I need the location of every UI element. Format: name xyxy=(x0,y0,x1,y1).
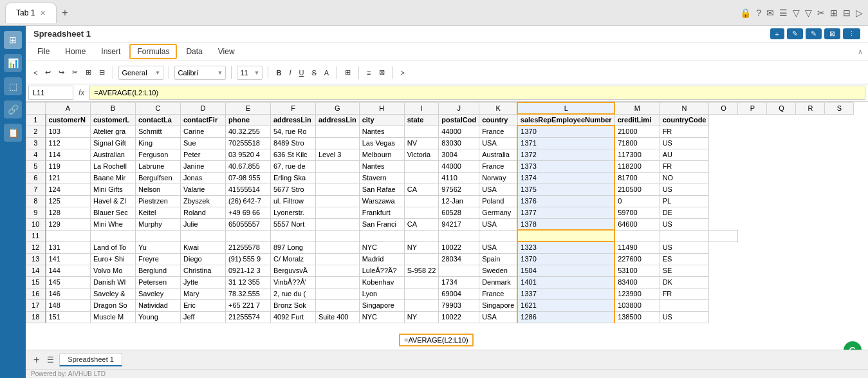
table-cell[interactable]: countryCode xyxy=(660,114,709,126)
table-cell[interactable]: 1337 xyxy=(517,288,614,299)
active-sheet-tab[interactable]: Spreadsheet 1 xyxy=(59,353,122,366)
table-cell[interactable] xyxy=(136,230,181,241)
table-cell[interactable]: Julie xyxy=(181,218,226,230)
table-cell[interactable] xyxy=(709,230,738,241)
table-cell[interactable]: Las Vegas xyxy=(359,137,404,149)
mail-icon[interactable]: ✉ xyxy=(766,8,774,18)
table-cell[interactable]: Berglund xyxy=(136,265,181,276)
table-cell[interactable]: 118200 xyxy=(614,160,660,172)
merge-btn[interactable]: ⊠ xyxy=(376,67,387,78)
table-cell[interactable]: Diego xyxy=(181,253,226,265)
menu-view[interactable]: View xyxy=(212,45,241,58)
col-F-header[interactable]: F xyxy=(271,102,316,114)
table-cell[interactable]: 112 xyxy=(46,137,91,149)
table-cell[interactable]: Murphy xyxy=(136,218,181,230)
table-cell[interactable]: 71800 xyxy=(614,137,660,149)
table-cell[interactable]: Sweden xyxy=(479,265,518,276)
table-cell[interactable]: Lyon xyxy=(359,288,404,299)
table-cell[interactable] xyxy=(316,218,360,230)
table-cell[interactable]: customerL xyxy=(91,114,136,126)
table-cell[interactable]: 3004 xyxy=(439,149,479,160)
table-cell[interactable]: 64600 xyxy=(614,218,660,230)
table-cell[interactable]: NYC xyxy=(359,311,404,323)
table-cell[interactable]: 0 xyxy=(614,195,660,207)
table-cell[interactable]: USA xyxy=(479,184,518,195)
table-cell[interactable]: city xyxy=(359,114,404,126)
table-cell[interactable] xyxy=(404,253,439,265)
table-cell[interactable] xyxy=(439,265,479,276)
copy-btn[interactable]: ⊞ xyxy=(83,67,94,78)
table-cell[interactable]: San Franci xyxy=(359,218,404,230)
table-cell[interactable]: 145 xyxy=(46,276,91,288)
table-cell[interactable]: 897 Long xyxy=(271,241,316,253)
col-I-header[interactable]: I xyxy=(404,102,439,114)
table-cell[interactable]: San Rafae xyxy=(359,184,404,195)
table-cell[interactable]: state xyxy=(404,114,439,126)
table-cell[interactable] xyxy=(404,126,439,137)
table-cell[interactable]: 40.67.855 xyxy=(226,160,271,172)
table-cell[interactable]: 83030 xyxy=(439,137,479,149)
table-cell[interactable]: 69004 xyxy=(439,288,479,299)
title-close-btn[interactable]: ⊠ xyxy=(824,28,840,39)
table-cell[interactable]: Nantes xyxy=(359,126,404,137)
undo-btn[interactable]: ↩ xyxy=(42,67,53,78)
table-cell[interactable]: 129 xyxy=(46,218,91,230)
table-cell[interactable]: ES xyxy=(660,253,709,265)
table-cell[interactable]: 146 xyxy=(46,288,91,299)
table-cell[interactable]: Keitel xyxy=(136,207,181,218)
table-cell[interactable]: Nelson xyxy=(136,184,181,195)
col-A-header[interactable]: A xyxy=(46,102,91,114)
table-cell[interactable]: 210500 xyxy=(614,184,660,195)
italic-btn[interactable]: I xyxy=(286,68,293,78)
table-cell[interactable]: 1504 xyxy=(517,265,614,276)
table-cell[interactable]: FR xyxy=(660,288,709,299)
table-cell[interactable]: US xyxy=(660,241,709,253)
table-cell[interactable]: BerguvsvÄ xyxy=(271,265,316,276)
table-cell[interactable]: Volvo Mo xyxy=(91,265,136,276)
table-cell[interactable] xyxy=(316,276,360,288)
table-cell[interactable]: 144 xyxy=(46,265,91,276)
scroll-left-btn[interactable]: < xyxy=(31,68,40,78)
table-cell[interactable]: postalCod xyxy=(439,114,479,126)
table-cell[interactable]: Roland xyxy=(181,207,226,218)
table-cell[interactable]: 21000 xyxy=(614,126,660,137)
table-cell[interactable] xyxy=(91,230,136,241)
col-S-header[interactable]: S xyxy=(825,102,854,114)
table-cell[interactable]: 10022 xyxy=(439,311,479,323)
table-cell[interactable]: 138500 xyxy=(614,311,660,323)
table-cell[interactable] xyxy=(404,207,439,218)
grammarly-button[interactable]: G xyxy=(844,341,862,350)
table-cell[interactable]: Bergulfsen xyxy=(136,172,181,184)
table-cell[interactable] xyxy=(316,172,360,184)
table-cell[interactable]: US xyxy=(660,184,709,195)
table-cell[interactable]: Blauer Sec xyxy=(91,207,136,218)
table-cell[interactable]: 81700 xyxy=(614,172,660,184)
table-cell[interactable] xyxy=(404,230,439,241)
table-cell[interactable]: 103 xyxy=(46,126,91,137)
sidebar-icon-shape[interactable]: ⬚ xyxy=(4,77,22,95)
menu-icon[interactable]: ☰ xyxy=(779,8,788,18)
menu-home[interactable]: Home xyxy=(59,45,92,58)
title-add-btn[interactable]: + xyxy=(770,28,784,39)
table-cell[interactable]: 123900 xyxy=(614,288,660,299)
table-cell[interactable]: Natividad xyxy=(136,299,181,311)
table-cell[interactable]: 1401 xyxy=(517,276,614,288)
table-cell[interactable]: 119 xyxy=(46,160,91,172)
table-cell[interactable]: 78.32.555 xyxy=(226,288,271,299)
table-cell[interactable] xyxy=(479,230,518,241)
table-cell[interactable]: 11490 xyxy=(614,241,660,253)
col-J-header[interactable]: J xyxy=(439,102,479,114)
table-cell[interactable]: Janine xyxy=(181,160,226,172)
col-Q-header[interactable]: Q xyxy=(767,102,796,114)
table-cell[interactable]: Danish Wl xyxy=(91,276,136,288)
redo-btn[interactable]: ↪ xyxy=(56,67,67,78)
table-cell[interactable]: Christina xyxy=(181,265,226,276)
table-cell[interactable]: Baane Mir xyxy=(91,172,136,184)
table-cell[interactable]: Bronz Sok xyxy=(271,299,316,311)
minus-grid-icon[interactable]: ⊟ xyxy=(843,8,851,18)
table-cell[interactable]: Singapore xyxy=(479,299,518,311)
col-G-header[interactable]: G xyxy=(316,102,360,114)
table-cell[interactable]: 12-Jan xyxy=(439,195,479,207)
table-cell[interactable]: Atelier gra xyxy=(91,126,136,137)
table-cell[interactable] xyxy=(660,230,709,241)
